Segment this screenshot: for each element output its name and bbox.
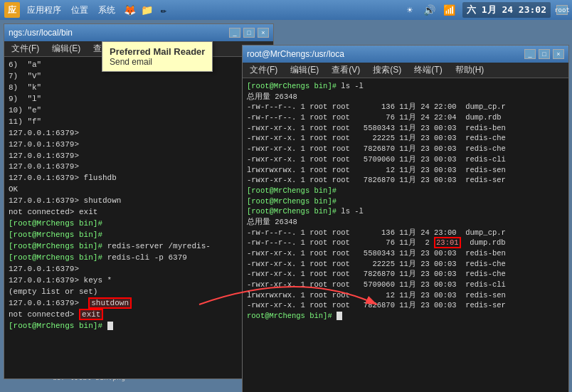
taskbar-window-btn[interactable]: root bbox=[556, 5, 568, 15]
time-highlight: 23:01 bbox=[434, 237, 461, 248]
window2-maximize[interactable]: □ bbox=[539, 49, 550, 59]
line-11: 127.0.0.1:6379> flushdb bbox=[9, 173, 269, 184]
w2-g1: -rw-r--r--. 1 root root 136 11月 24 23:00… bbox=[247, 228, 564, 238]
window2: root@MrChengs:/usr/loca _ □ × 文件(F) 编辑(E… bbox=[242, 45, 569, 392]
w2-prompt2: [root@MrChengs bin]# bbox=[247, 186, 564, 196]
line-14: not connected> exit bbox=[9, 207, 269, 218]
folder-icon[interactable]: 📁 bbox=[139, 3, 154, 17]
w2-f8: -rwxr-xr-x. 1 root root 7826870 11月 23 0… bbox=[247, 175, 564, 186]
w2-f3: -rwxr-xr-x. 1 root root 5580343 11月 23 0… bbox=[247, 123, 564, 134]
w2-f7: lrwxrwxrwx. 1 root root 12 11月 23 00:03 … bbox=[247, 165, 564, 176]
w2-menu-edit[interactable]: 编辑(E) bbox=[286, 63, 323, 78]
w2-prompt3: [root@MrChengs bin]# bbox=[247, 196, 564, 207]
w2-menu-search[interactable]: 搜索(S) bbox=[369, 63, 406, 78]
line-2: 7) "V" bbox=[9, 71, 269, 83]
window1-minimize[interactable]: _ bbox=[229, 28, 240, 38]
quick-launch: 🦊 📁 ✏️ bbox=[122, 3, 171, 17]
sun-icon: ☀️ bbox=[403, 3, 417, 17]
volume-icon[interactable]: 🔊 bbox=[423, 3, 437, 17]
line-16: [root@MrChengs bin]# bbox=[9, 230, 269, 241]
line-13: 127.0.0.1:6379> shutdown bbox=[9, 196, 269, 207]
window2-titlebar: root@MrChengs:/usr/loca _ □ × bbox=[243, 46, 568, 63]
line-4: 9) "l" bbox=[9, 94, 269, 105]
tooltip-title: Preferred Mail Reader bbox=[110, 46, 205, 57]
w2-menu-help[interactable]: 帮助(H) bbox=[451, 63, 489, 78]
window1-maximize[interactable]: □ bbox=[243, 28, 255, 38]
line-10: 127.0.0.1:6379> bbox=[9, 161, 269, 173]
line-21: (empty list or set) bbox=[9, 287, 269, 298]
line-12: OK bbox=[9, 184, 269, 196]
window2-controls: _ □ × bbox=[524, 49, 564, 59]
w2-f6: -rwxr-xr-x. 1 root root 5709060 11月 23 0… bbox=[247, 154, 564, 165]
line-3: 8) "k" bbox=[9, 83, 269, 94]
w1-menu-file[interactable]: 文件(F) bbox=[7, 41, 43, 56]
w2-g8: -rwxr-xr-x. 1 root root 7826870 11月 23 0… bbox=[247, 300, 564, 311]
line-22: 127.0.0.1:6379> shutdown bbox=[9, 298, 269, 309]
line-23: not connected> exit bbox=[9, 309, 269, 321]
line-24: [root@MrChengs bin]# bbox=[9, 321, 269, 332]
window1-title: ngs:/usr/local/bin bbox=[9, 28, 73, 38]
window2-menubar: 文件(F) 编辑(E) 查看(V) 搜索(S) 终端(T) 帮助(H) bbox=[243, 63, 568, 78]
w2-g5: -rwxr-xr-x. 1 root root 7826870 11月 23 0… bbox=[247, 269, 564, 280]
window2-minimize[interactable]: _ bbox=[524, 49, 536, 59]
line-8: 127.0.0.1:6379> bbox=[9, 139, 269, 151]
w2-total2: 总用量 26348 bbox=[247, 217, 564, 228]
w2-g7: lrwxrwxrwx. 1 root root 12 11月 23 00:03 … bbox=[247, 290, 564, 301]
w2-total1: 总用量 26348 bbox=[247, 92, 564, 102]
taskbar-left: 应 应用程序 位置 系统 🦊 📁 ✏️ bbox=[4, 2, 171, 18]
w2-g4: -rwxr-xr-x. 1 root root 22225 11月 23 00:… bbox=[247, 259, 564, 270]
taskbar-menu-apps[interactable]: 应用程序 bbox=[23, 3, 65, 18]
taskbar-menu-system[interactable]: 系统 bbox=[94, 3, 120, 18]
window2-content: [root@MrChengs bin]# ls -l 总用量 26348 -rw… bbox=[243, 78, 568, 392]
taskbar-right: ☀️ 🔊 📶 六 1月 24 23:02 root bbox=[403, 2, 568, 18]
window1-content: 6) "a" 7) "V" 8) "k" 9) "l" 10) "e" 11) … bbox=[4, 57, 273, 378]
edit-icon[interactable]: ✏️ bbox=[157, 3, 171, 17]
line-9: 127.0.0.1:6379> bbox=[9, 151, 269, 162]
taskbar: 应 应用程序 位置 系统 🦊 📁 ✏️ ☀️ 🔊 📶 六 1月 24 23:02… bbox=[0, 0, 572, 20]
window1-close[interactable]: × bbox=[258, 28, 269, 38]
line-15: [root@MrChengs bin]# bbox=[9, 218, 269, 230]
line-6: 11) "f" bbox=[9, 117, 269, 128]
w2-f4: -rwxr-xr-x. 1 root root 22225 11月 23 00:… bbox=[247, 133, 564, 144]
line-19: 127.0.0.1:6379> bbox=[9, 264, 269, 275]
w2-f5: -rwxr-xr-x. 1 root root 7826870 11月 23 0… bbox=[247, 144, 564, 154]
line-18: [root@MrChengs bin]# redis-cli -p 6379 bbox=[9, 253, 269, 264]
window2-title: root@MrChengs:/usr/loca bbox=[247, 49, 344, 59]
line-7: 127.0.0.1:6379> bbox=[9, 128, 269, 139]
taskbar-menu: 应用程序 位置 系统 bbox=[23, 3, 120, 18]
window2-close[interactable]: × bbox=[553, 49, 564, 59]
line-17: [root@MrChengs bin]# redis-server /myred… bbox=[9, 241, 269, 253]
w2-menu-file[interactable]: 文件(F) bbox=[245, 63, 282, 78]
w2-f2: -rw-r--r--. 1 root root 76 11月 24 22:04 … bbox=[247, 112, 564, 123]
w2-menu-terminal[interactable]: 终端(T) bbox=[410, 63, 446, 78]
tooltip-subtitle: Send email bbox=[110, 57, 205, 67]
w1-menu-edit[interactable]: 编辑(E) bbox=[48, 41, 85, 56]
line-20: 127.0.0.1:6379> keys * bbox=[9, 275, 269, 287]
app-icon[interactable]: 应 bbox=[4, 2, 20, 18]
w2-cmd2: [root@MrChengs bin]# ls -l bbox=[247, 206, 564, 217]
w2-g6: -rwxr-xr-x. 1 root root 5709060 11月 23 0… bbox=[247, 280, 564, 290]
taskbar-menu-location[interactable]: 位置 bbox=[67, 3, 92, 18]
w2-g3: -rwxr-xr-x. 1 root root 5580343 11月 23 0… bbox=[247, 248, 564, 259]
w2-f1: -rw-r--r--. 1 root root 136 11月 24 22:00… bbox=[247, 102, 564, 112]
tooltip-popup: Preferred Mail Reader Send email bbox=[102, 41, 213, 72]
w2-menu-view[interactable]: 查看(V) bbox=[327, 63, 364, 78]
window1: ngs:/usr/local/bin _ □ × 文件(F) 编辑(E) 查看(… bbox=[4, 23, 274, 379]
clock: 六 1月 24 23:02 bbox=[462, 2, 551, 18]
network-icon[interactable]: 📶 bbox=[443, 3, 457, 17]
w2-final: root@MrChengs bin]# bbox=[247, 311, 564, 322]
w2-g2: -rw-r--r--. 1 root root 76 11月 2 23:01 d… bbox=[247, 238, 564, 248]
firefox-icon[interactable]: 🦊 bbox=[122, 3, 137, 17]
window1-controls: _ □ × bbox=[229, 28, 269, 38]
desktop: ngs:/usr/local/bin _ □ × 文件(F) 编辑(E) 查看(… bbox=[0, 20, 572, 392]
w2-cmd1: [root@MrChengs bin]# ls -l bbox=[247, 81, 564, 92]
line-5: 10) "e" bbox=[9, 105, 269, 117]
window1-titlebar: ngs:/usr/local/bin _ □ × bbox=[4, 24, 273, 41]
